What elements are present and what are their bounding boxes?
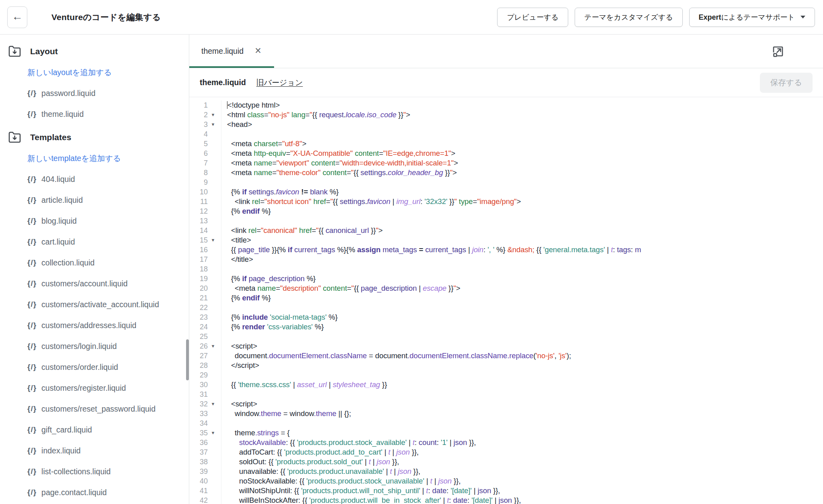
code-line-text: window.theme = window.theme || {}; — [221, 409, 351, 418]
code-file-icon: {/} — [27, 216, 37, 225]
topbar-actions: プレビューする テーマをカスタマイズする Expertによるテーマサポート — [497, 8, 815, 27]
file-name: 404.liquid — [41, 175, 75, 184]
code-line-text: willBeInStockAfter: {{ 'products.product… — [221, 496, 521, 504]
line-number: 16 — [189, 245, 208, 255]
customize-theme-button[interactable]: テーマをカスタマイズする — [575, 8, 683, 27]
file-name: index.liquid — [41, 446, 81, 455]
sidebar-file-item[interactable]: {/}customers/activate_account.liquid — [0, 294, 189, 315]
gutter: 4 — [189, 129, 221, 139]
code-line: 25 — [189, 332, 823, 341]
code-line-text: </title> — [221, 255, 253, 264]
line-number: 10 — [189, 187, 208, 197]
code-file-icon: {/} — [27, 342, 37, 351]
sidebar-file-item[interactable]: {/}article.liquid — [0, 190, 189, 210]
file-name: customers/register.liquid — [41, 384, 126, 393]
code-line: 33window.theme = window.theme || {}; — [189, 409, 823, 418]
section-header[interactable]: Layout — [0, 44, 189, 59]
expand-editor-button[interactable] — [772, 45, 784, 58]
old-versions-link[interactable]: 旧バージョン — [256, 78, 303, 88]
sidebar-file-item[interactable]: {/}collection.liquid — [0, 252, 189, 273]
expert-theme-support-button[interactable]: Expertによるテーマサポート — [689, 8, 815, 27]
line-number: 18 — [189, 264, 208, 274]
sidebar-file-item[interactable]: {/}page.contact.liquid — [0, 482, 189, 503]
section-header[interactable]: Templates — [0, 130, 189, 145]
sidebar-file-item[interactable]: {/}customers/login.liquid — [0, 336, 189, 357]
sidebar-file-item[interactable]: {/}customers/addresses.liquid — [0, 315, 189, 336]
save-button[interactable]: 保存する — [760, 73, 813, 93]
gutter: 6 — [189, 149, 221, 158]
fold-toggle-icon[interactable]: ▾ — [208, 235, 218, 245]
gutter: 36 — [189, 438, 221, 447]
code-file-icon: {/} — [27, 89, 37, 98]
code-file-icon: {/} — [27, 446, 37, 455]
file-header: theme.liquid 旧バージョン 保存する — [189, 68, 823, 97]
file-sidebar: Layout新しいlayoutを追加する{/}password.liquid{/… — [0, 35, 189, 504]
sidebar-file-item[interactable]: {/}index.liquid — [0, 440, 189, 461]
gutter: 8 — [189, 168, 221, 178]
fold-toggle-icon[interactable]: ▾ — [208, 341, 218, 351]
code-line-text — [221, 303, 227, 312]
sidebar-file-item[interactable]: {/}gift_card.liquid — [0, 419, 189, 440]
sidebar-file-item[interactable]: {/}list-collections.liquid — [0, 461, 189, 482]
code-line: 15▾<title> — [189, 235, 823, 245]
preview-button[interactable]: プレビューする — [497, 8, 568, 27]
sidebar-file-item[interactable]: {/}customers/register.liquid — [0, 377, 189, 398]
gutter: 34 — [189, 418, 221, 428]
code-editor-area[interactable]: 1<!doctype html>2▾<html class="no-js" la… — [189, 97, 823, 504]
close-tab-icon[interactable]: × — [255, 45, 261, 56]
line-number: 11 — [189, 197, 208, 206]
sidebar-section-templates: Templates新しいtemplateを追加する{/}404.liquid{/… — [0, 130, 189, 503]
line-number: 8 — [189, 168, 208, 178]
gutter: 1 — [189, 100, 221, 110]
fold-toggle-icon[interactable]: ▾ — [208, 399, 218, 409]
code-line: 14<link rel="canonical" href="{{ canonic… — [189, 226, 823, 235]
section-title: Templates — [30, 133, 71, 142]
line-number: 36 — [189, 438, 208, 447]
line-number: 17 — [189, 255, 208, 264]
fold-toggle-icon[interactable]: ▾ — [208, 428, 218, 438]
page-title: Ventureのコードを編集する — [51, 12, 161, 23]
file-name: blog.liquid — [41, 216, 77, 226]
sidebar-file-item[interactable]: {/}customers/account.liquid — [0, 273, 189, 294]
sidebar-file-item[interactable]: {/}password.liquid — [0, 83, 189, 104]
code-file-icon: {/} — [27, 279, 37, 288]
sidebar-add-link[interactable]: 新しいtemplateを追加する — [0, 148, 189, 169]
code-line: 32▾<script> — [189, 399, 823, 409]
line-number: 13 — [189, 216, 208, 226]
line-number: 27 — [189, 351, 208, 361]
sidebar-file-item[interactable]: {/}blog.liquid — [0, 210, 189, 231]
sidebar-file-item[interactable]: {/}404.liquid — [0, 169, 189, 190]
sidebar-file-item[interactable]: {/}cart.liquid — [0, 231, 189, 252]
code-line: 30{{ 'theme.scss.css' | asset_url | styl… — [189, 380, 823, 390]
line-number: 30 — [189, 380, 208, 390]
fold-toggle-icon[interactable]: ▾ — [208, 120, 218, 129]
sidebar-section-layout: Layout新しいlayoutを追加する{/}password.liquid{/… — [0, 44, 189, 124]
code-line-text: <meta http-equiv="X-UA-Compatible" conte… — [221, 149, 455, 158]
gutter: 35▾ — [189, 428, 221, 438]
sidebar-file-item[interactable]: {/}customers/order.liquid — [0, 357, 189, 377]
gutter: 15▾ — [189, 235, 221, 245]
sidebar-file-item[interactable]: {/}theme.liquid — [0, 104, 189, 124]
gutter: 9 — [189, 178, 221, 187]
code-line-text: willNotShipUntil: {{ 'products.product.w… — [221, 486, 500, 496]
gutter: 16 — [189, 245, 221, 255]
code-line: 28</script> — [189, 361, 823, 370]
code-line: 38soldOut: {{ 'products.product.sold_out… — [189, 457, 823, 467]
folder-download-icon — [8, 131, 21, 143]
code-line: 12{% endif %} — [189, 206, 823, 216]
code-line: 21{% endif %} — [189, 293, 823, 303]
section-file-list: 新しいlayoutを追加する{/}password.liquid{/}theme… — [0, 62, 189, 124]
gutter: 29 — [189, 370, 221, 380]
code-line-text: {% if page_description %} — [221, 274, 315, 284]
sidebar-scrollbar-thumb[interactable] — [186, 339, 189, 380]
tab-theme-liquid[interactable]: theme.liquid × — [189, 35, 274, 68]
sidebar-add-link[interactable]: 新しいlayoutを追加する — [0, 62, 189, 83]
code-line: 5<meta charset="utf-8"> — [189, 139, 823, 149]
sidebar-file-item[interactable]: {/}customers/reset_password.liquid — [0, 398, 189, 419]
fold-toggle-icon[interactable]: ▾ — [208, 110, 218, 120]
gutter: 26▾ — [189, 341, 221, 351]
gutter: 17 — [189, 255, 221, 264]
back-button[interactable]: ← — [7, 6, 27, 28]
code-line-text: {% endif %} — [221, 293, 271, 303]
code-file-icon: {/} — [27, 300, 37, 309]
